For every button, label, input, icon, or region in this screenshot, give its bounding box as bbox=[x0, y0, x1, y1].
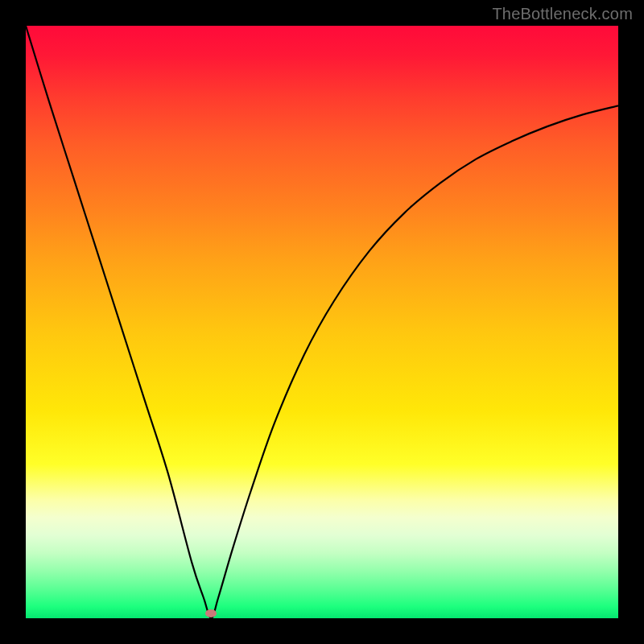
plot-area bbox=[26, 26, 618, 618]
curve-svg bbox=[26, 26, 618, 618]
bottleneck-curve-path bbox=[26, 26, 618, 618]
watermark-label: TheBottleneck.com bbox=[492, 5, 633, 23]
minimum-marker bbox=[205, 609, 217, 617]
outer-frame: TheBottleneck.com bbox=[0, 0, 644, 644]
